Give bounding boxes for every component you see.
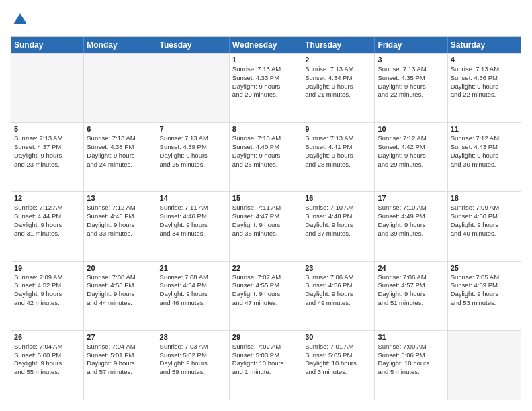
cell-info: Sunrise: 7:09 AM Sunset: 4:52 PM Dayligh… — [14, 273, 81, 308]
calendar-cell: 19Sunrise: 7:09 AM Sunset: 4:52 PM Dayli… — [11, 262, 84, 330]
calendar-cell: 24Sunrise: 7:06 AM Sunset: 4:57 PM Dayli… — [375, 262, 447, 330]
day-number: 4 — [451, 56, 518, 64]
day-number: 14 — [160, 194, 226, 202]
header-saturday: Saturday — [448, 37, 521, 53]
cell-info: Sunrise: 7:02 AM Sunset: 5:03 PM Dayligh… — [232, 342, 299, 377]
day-number: 19 — [14, 264, 81, 272]
calendar-cell: 25Sunrise: 7:05 AM Sunset: 4:59 PM Dayli… — [448, 262, 521, 330]
calendar-cell: 9Sunrise: 7:13 AM Sunset: 4:41 PM Daylig… — [302, 123, 375, 191]
calendar-cell: 15Sunrise: 7:11 AM Sunset: 4:47 PM Dayli… — [230, 192, 302, 261]
cell-info: Sunrise: 7:05 AM Sunset: 4:59 PM Dayligh… — [451, 273, 518, 308]
cell-info: Sunrise: 7:03 AM Sunset: 5:02 PM Dayligh… — [160, 342, 226, 377]
calendar-cell: 16Sunrise: 7:10 AM Sunset: 4:48 PM Dayli… — [302, 192, 375, 261]
day-number: 20 — [87, 264, 153, 272]
day-number: 1 — [232, 56, 299, 64]
calendar-row-2: 5Sunrise: 7:13 AM Sunset: 4:37 PM Daylig… — [11, 122, 521, 191]
calendar-cell: 26Sunrise: 7:04 AM Sunset: 5:00 PM Dayli… — [11, 331, 84, 400]
header-thursday: Thursday — [302, 37, 375, 53]
calendar-cell: 3Sunrise: 7:13 AM Sunset: 4:35 PM Daylig… — [375, 54, 447, 122]
header-monday: Monday — [84, 37, 157, 53]
day-number: 16 — [305, 194, 371, 202]
day-number: 10 — [378, 125, 444, 133]
calendar-header: Sunday Monday Tuesday Wednesday Thursday… — [11, 37, 521, 53]
header-friday: Friday — [375, 37, 447, 53]
calendar-cell: 23Sunrise: 7:06 AM Sunset: 4:56 PM Dayli… — [302, 262, 375, 330]
cell-info: Sunrise: 7:13 AM Sunset: 4:35 PM Dayligh… — [378, 65, 444, 99]
cell-info: Sunrise: 7:12 AM Sunset: 4:45 PM Dayligh… — [87, 203, 153, 238]
day-number: 24 — [378, 264, 444, 272]
day-number: 5 — [14, 125, 81, 133]
day-number: 29 — [232, 333, 299, 341]
cell-info: Sunrise: 7:13 AM Sunset: 4:33 PM Dayligh… — [232, 65, 299, 99]
calendar-cell: 5Sunrise: 7:13 AM Sunset: 4:37 PM Daylig… — [11, 123, 84, 191]
day-number: 2 — [305, 56, 371, 64]
header-tuesday: Tuesday — [157, 37, 230, 53]
calendar-cell: 21Sunrise: 7:08 AM Sunset: 4:54 PM Dayli… — [157, 262, 230, 330]
cell-info: Sunrise: 7:06 AM Sunset: 4:57 PM Dayligh… — [378, 273, 444, 308]
calendar-cell: 1Sunrise: 7:13 AM Sunset: 4:33 PM Daylig… — [230, 54, 302, 122]
day-number: 15 — [232, 194, 299, 202]
cell-info: Sunrise: 7:07 AM Sunset: 4:55 PM Dayligh… — [232, 273, 299, 308]
calendar-cell: 29Sunrise: 7:02 AM Sunset: 5:03 PM Dayli… — [230, 331, 302, 400]
cell-info: Sunrise: 7:13 AM Sunset: 4:37 PM Dayligh… — [14, 134, 81, 169]
day-number: 26 — [14, 333, 81, 341]
cell-info: Sunrise: 7:09 AM Sunset: 4:50 PM Dayligh… — [451, 203, 518, 238]
day-number: 30 — [305, 333, 371, 341]
day-number: 27 — [87, 333, 153, 341]
cell-info: Sunrise: 7:12 AM Sunset: 4:43 PM Dayligh… — [451, 134, 518, 169]
day-number: 13 — [87, 194, 153, 202]
cell-info: Sunrise: 7:12 AM Sunset: 4:44 PM Dayligh… — [14, 203, 81, 238]
calendar-cell: 27Sunrise: 7:04 AM Sunset: 5:01 PM Dayli… — [84, 331, 157, 400]
cell-info: Sunrise: 7:11 AM Sunset: 4:47 PM Dayligh… — [232, 203, 299, 238]
calendar-cell: 13Sunrise: 7:12 AM Sunset: 4:45 PM Dayli… — [84, 192, 157, 261]
cell-info: Sunrise: 7:13 AM Sunset: 4:40 PM Dayligh… — [232, 134, 299, 169]
calendar-row-1: 1Sunrise: 7:13 AM Sunset: 4:33 PM Daylig… — [11, 53, 521, 122]
cell-info: Sunrise: 7:13 AM Sunset: 4:38 PM Dayligh… — [87, 134, 153, 169]
cell-info: Sunrise: 7:13 AM Sunset: 4:36 PM Dayligh… — [451, 65, 518, 99]
calendar-body: 1Sunrise: 7:13 AM Sunset: 4:33 PM Daylig… — [11, 53, 521, 400]
day-number: 3 — [378, 56, 444, 64]
day-number: 9 — [305, 125, 371, 133]
day-number: 11 — [451, 125, 518, 133]
cell-info: Sunrise: 7:13 AM Sunset: 4:34 PM Dayligh… — [305, 65, 371, 99]
cell-info: Sunrise: 7:13 AM Sunset: 4:39 PM Dayligh… — [160, 134, 226, 169]
cell-info: Sunrise: 7:01 AM Sunset: 5:05 PM Dayligh… — [305, 342, 371, 377]
calendar-row-3: 12Sunrise: 7:12 AM Sunset: 4:44 PM Dayli… — [11, 191, 521, 261]
day-number: 28 — [160, 333, 226, 341]
day-number: 17 — [378, 194, 444, 202]
day-number: 21 — [160, 264, 226, 272]
day-number: 31 — [378, 333, 444, 341]
cell-info: Sunrise: 7:08 AM Sunset: 4:54 PM Dayligh… — [160, 273, 226, 308]
header-wednesday: Wednesday — [230, 37, 302, 53]
cell-info: Sunrise: 7:10 AM Sunset: 4:48 PM Dayligh… — [305, 203, 371, 238]
page: Sunday Monday Tuesday Wednesday Thursday… — [0, 0, 532, 411]
calendar-cell: 18Sunrise: 7:09 AM Sunset: 4:50 PM Dayli… — [448, 192, 521, 261]
day-number: 25 — [451, 264, 518, 272]
header-sunday: Sunday — [11, 37, 84, 53]
cell-info: Sunrise: 7:04 AM Sunset: 5:01 PM Dayligh… — [87, 342, 153, 377]
cell-info: Sunrise: 7:04 AM Sunset: 5:00 PM Dayligh… — [14, 342, 81, 377]
calendar-cell: 17Sunrise: 7:10 AM Sunset: 4:49 PM Dayli… — [375, 192, 447, 261]
logo — [11, 11, 32, 30]
cell-info: Sunrise: 7:06 AM Sunset: 4:56 PM Dayligh… — [305, 273, 371, 308]
calendar-cell: 22Sunrise: 7:07 AM Sunset: 4:55 PM Dayli… — [230, 262, 302, 330]
calendar: Sunday Monday Tuesday Wednesday Thursday… — [11, 36, 521, 400]
cell-info: Sunrise: 7:12 AM Sunset: 4:42 PM Dayligh… — [378, 134, 444, 169]
cell-info: Sunrise: 7:10 AM Sunset: 4:49 PM Dayligh… — [378, 203, 444, 238]
calendar-cell: 2Sunrise: 7:13 AM Sunset: 4:34 PM Daylig… — [302, 54, 375, 122]
day-number: 6 — [87, 125, 153, 133]
day-number: 18 — [451, 194, 518, 202]
calendar-cell: 28Sunrise: 7:03 AM Sunset: 5:02 PM Dayli… — [157, 331, 230, 400]
calendar-cell: 20Sunrise: 7:08 AM Sunset: 4:53 PM Dayli… — [84, 262, 157, 330]
cell-info: Sunrise: 7:00 AM Sunset: 5:06 PM Dayligh… — [378, 342, 444, 377]
day-number: 7 — [160, 125, 226, 133]
calendar-row-4: 19Sunrise: 7:09 AM Sunset: 4:52 PM Dayli… — [11, 261, 521, 330]
day-number: 23 — [305, 264, 371, 272]
day-number: 12 — [14, 194, 81, 202]
calendar-cell: 7Sunrise: 7:13 AM Sunset: 4:39 PM Daylig… — [157, 123, 230, 191]
cell-info: Sunrise: 7:08 AM Sunset: 4:53 PM Dayligh… — [87, 273, 153, 308]
cell-info: Sunrise: 7:13 AM Sunset: 4:41 PM Dayligh… — [305, 134, 371, 169]
calendar-cell: 14Sunrise: 7:11 AM Sunset: 4:46 PM Dayli… — [157, 192, 230, 261]
calendar-cell: 11Sunrise: 7:12 AM Sunset: 4:43 PM Dayli… — [448, 123, 521, 191]
calendar-cell — [157, 54, 230, 122]
